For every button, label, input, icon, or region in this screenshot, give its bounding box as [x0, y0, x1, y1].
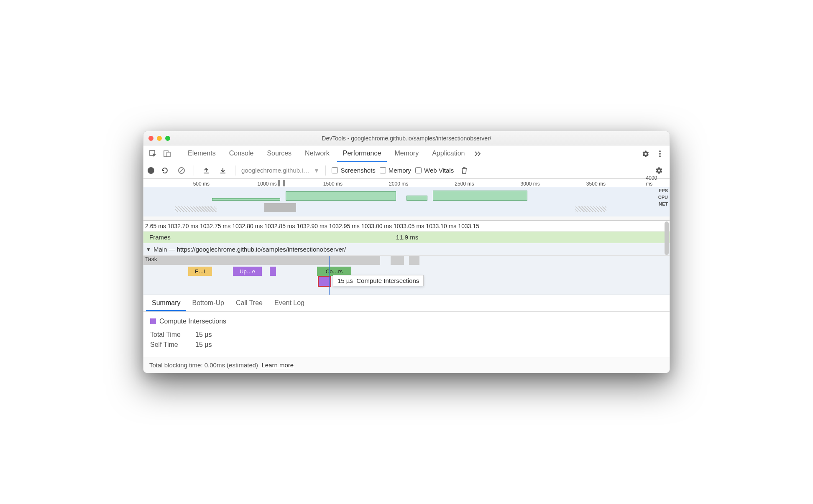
overview-strip[interactable]: 500 ms 1000 ms 1500 ms 2000 ms 2500 ms 3…: [143, 179, 670, 221]
upload-icon[interactable]: [200, 164, 212, 177]
settings-icon[interactable]: [639, 148, 652, 160]
more-icon[interactable]: [654, 148, 666, 160]
footer: Total blocking time: 0.00ms (estimated) …: [143, 357, 670, 373]
reload-record-button[interactable]: [159, 164, 171, 177]
tab-sources[interactable]: Sources: [261, 145, 297, 162]
tab-memory[interactable]: Memory: [389, 145, 424, 162]
tab-network[interactable]: Network: [299, 145, 335, 162]
task-block[interactable]: Task: [143, 256, 380, 265]
window-title: DevTools - googlechrome.github.io/sample…: [143, 135, 670, 142]
detail-tabs: Summary Bottom-Up Call Tree Event Log: [143, 295, 670, 312]
performance-toolbar: googlechrome.github.i… ▼ Screenshots Mem…: [143, 162, 670, 179]
cpu-track: [143, 201, 670, 212]
cpu-label: CPU: [658, 195, 668, 200]
capture-settings-icon[interactable]: [653, 164, 665, 177]
devtools-window: DevTools - googlechrome.github.io/sample…: [143, 131, 670, 373]
svg-point-4: [659, 153, 661, 155]
tab-application[interactable]: Application: [426, 145, 470, 162]
playhead-line[interactable]: [329, 256, 330, 295]
selection-handle-right[interactable]: [283, 180, 285, 186]
collapse-icon: ▼: [146, 247, 151, 252]
svg-line-7: [179, 168, 184, 173]
flame-block-e[interactable]: E…l: [188, 267, 212, 276]
flame-block-slice[interactable]: [270, 267, 276, 276]
net-label: NET: [659, 201, 668, 206]
svg-point-5: [659, 155, 661, 157]
event-color-swatch: [150, 318, 156, 324]
inspect-icon[interactable]: [147, 148, 159, 160]
overflow-tabs-icon[interactable]: [472, 148, 485, 160]
webvitals-checkbox[interactable]: Web Vitals: [415, 167, 454, 174]
frames-track: Frames 11.9 ms: [143, 232, 670, 243]
memory-checkbox[interactable]: Memory: [380, 167, 411, 174]
tab-bottomup[interactable]: Bottom-Up: [186, 296, 230, 311]
svg-rect-2: [167, 152, 170, 157]
flame-ruler: 2.65 ms 1032.70 ms 1032.75 ms 1032.80 ms…: [143, 221, 670, 232]
download-icon[interactable]: [217, 164, 229, 177]
trash-icon[interactable]: [458, 164, 470, 177]
blocking-time-text: Total blocking time: 0.00ms (estimated): [149, 361, 258, 369]
record-button[interactable]: [148, 167, 154, 174]
summary-row-self: Self Time 15 µs: [150, 341, 663, 349]
summary-panel: Compute Intersections Total Time 15 µs S…: [143, 312, 670, 357]
tab-console[interactable]: Console: [223, 145, 260, 162]
tab-calltree[interactable]: Call Tree: [230, 296, 268, 311]
flame-scrollbar[interactable]: [665, 221, 669, 255]
tab-summary[interactable]: Summary: [146, 296, 186, 311]
panel-tabs: Elements Console Sources Network Perform…: [143, 145, 670, 162]
svg-point-3: [659, 150, 661, 152]
learn-more-link[interactable]: Learn more: [261, 361, 294, 369]
tab-eventlog[interactable]: Event Log: [268, 296, 310, 311]
clear-button[interactable]: [175, 164, 188, 177]
overview-ruler: 500 ms 1000 ms 1500 ms 2000 ms 2500 ms 3…: [143, 179, 670, 187]
flame-area[interactable]: Task E…l Up…e Co…rs 15 µs Compute Inters…: [143, 256, 670, 295]
recording-select[interactable]: googlechrome.github.i…: [241, 167, 309, 174]
flame-chart[interactable]: 2.65 ms 1032.70 ms 1032.75 ms 1032.80 ms…: [143, 221, 670, 295]
frames-label: Frames: [143, 234, 171, 241]
device-toolbar-icon[interactable]: [161, 148, 174, 160]
main-thread-header[interactable]: ▼ Main — https://googlechrome.github.io/…: [143, 243, 670, 256]
summary-row-total: Total Time 15 µs: [150, 331, 663, 339]
screenshots-checkbox[interactable]: Screenshots: [332, 167, 375, 174]
selection-handle-left[interactable]: [278, 180, 280, 186]
fps-label: FPS: [659, 188, 668, 193]
event-name: Compute Intersections: [159, 318, 226, 325]
net-track: [143, 212, 670, 216]
main-thread-label: Main — https://googlechrome.github.io/sa…: [153, 246, 346, 253]
titlebar: DevTools - googlechrome.github.io/sample…: [143, 131, 670, 145]
fps-track: [143, 187, 670, 201]
flame-block-co[interactable]: Co…rs: [317, 267, 351, 276]
frames-value: 11.9 ms: [396, 234, 418, 241]
flame-tooltip: 15 µs Compute Intersections: [333, 275, 424, 286]
flame-block-up[interactable]: Up…e: [233, 267, 262, 276]
tab-elements[interactable]: Elements: [182, 145, 222, 162]
tab-performance[interactable]: Performance: [337, 145, 387, 162]
